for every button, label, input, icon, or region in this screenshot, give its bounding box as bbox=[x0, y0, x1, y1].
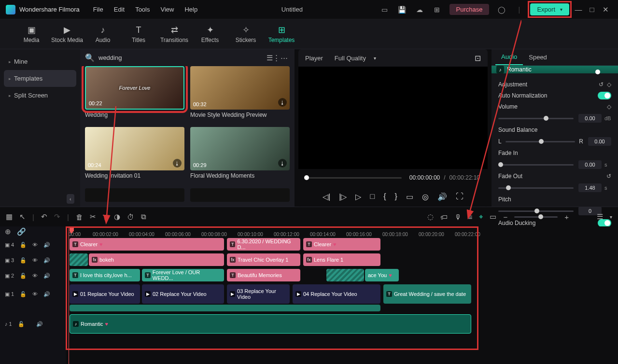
clip-romantic-audio[interactable]: ♪Romantic♥ bbox=[70, 314, 471, 334]
clip-lens-flare[interactable]: fxLens Flare 1 bbox=[303, 253, 380, 266]
download-icon[interactable]: ⭳ bbox=[278, 98, 287, 107]
display-icon[interactable]: ▭ bbox=[406, 192, 413, 201]
crop-icon[interactable]: ◑ bbox=[114, 212, 120, 221]
clip-travel-overlay[interactable]: fxTravel Chic Overlay 1 bbox=[227, 253, 300, 266]
collapse-sidebar-button[interactable]: ‹ bbox=[67, 194, 74, 204]
mute-icon[interactable]: 🔊 bbox=[43, 273, 50, 279]
balance-value[interactable]: 0.00 bbox=[588, 137, 611, 146]
download-icon[interactable]: ⭳ bbox=[278, 159, 287, 168]
color-icon[interactable]: ⧉ bbox=[141, 212, 146, 221]
inspector-tab-audio[interactable]: Audio bbox=[495, 49, 523, 65]
link-icon[interactable]: 🔗 bbox=[17, 227, 26, 236]
clip-ace-you[interactable]: ace You♥ bbox=[365, 269, 399, 281]
balance-slider[interactable] bbox=[506, 141, 576, 142]
menu-edit[interactable]: Edit bbox=[114, 6, 125, 13]
auto-normalization-toggle[interactable] bbox=[598, 92, 611, 99]
cursor-icon[interactable]: ↖ bbox=[19, 212, 26, 221]
tab-audio[interactable]: ♪Audio bbox=[86, 25, 120, 43]
timeline-tracks[interactable]: 00:00 00:00:02:00 00:00:04:00 00:00:06:0… bbox=[66, 226, 618, 364]
track-header-t3[interactable]: ▣3🔓👁🔊 bbox=[0, 252, 66, 268]
menu-help[interactable]: Help bbox=[184, 6, 197, 13]
ducking-toggle[interactable] bbox=[598, 219, 611, 227]
player-viewport[interactable] bbox=[298, 67, 488, 169]
play-icon[interactable]: ▷ bbox=[355, 192, 361, 201]
layout-icon[interactable]: ▦ bbox=[6, 212, 13, 221]
track-header-a1[interactable]: ♪1🔓🔊 bbox=[0, 313, 66, 335]
maximize-button[interactable]: □ bbox=[585, 5, 599, 14]
fade-out-value[interactable]: 1.48 bbox=[578, 183, 602, 192]
sidebar-item-mine[interactable]: ▸Mine bbox=[0, 53, 80, 70]
eye-icon[interactable]: 👁 bbox=[32, 291, 38, 297]
lock-icon[interactable]: 🔓 bbox=[18, 321, 25, 327]
close-button[interactable]: ✕ bbox=[599, 5, 612, 14]
lock-icon[interactable]: 🔓 bbox=[20, 257, 27, 264]
magnet-icon[interactable]: ⌖ bbox=[479, 212, 483, 221]
play-loop-icon[interactable]: |▷ bbox=[339, 192, 347, 201]
menu-view[interactable]: View bbox=[160, 6, 174, 13]
more-icon[interactable]: ⋯ bbox=[278, 54, 290, 62]
cloud-icon[interactable]: ☁ bbox=[414, 4, 425, 15]
template-card-movie-style[interactable]: 00:32⭳ Movie Style Wedding Preview bbox=[190, 66, 290, 123]
zoom-in-icon[interactable]: + bbox=[564, 213, 569, 221]
lock-icon[interactable]: 🔓 bbox=[20, 273, 27, 279]
keyframe-icon[interactable]: ◇ bbox=[607, 81, 611, 88]
mute-icon[interactable]: 🔊 bbox=[43, 291, 50, 297]
pitch-slider[interactable] bbox=[498, 210, 574, 212]
reset-icon[interactable]: ↺ bbox=[606, 173, 611, 180]
tab-stock-media[interactable]: ▶Stock Media bbox=[50, 25, 84, 43]
track-header-t4[interactable]: ▣4🔓👁🔊 bbox=[0, 237, 66, 252]
clip-waveform[interactable]: ♪ Romantic bbox=[492, 66, 618, 73]
prev-frame-icon[interactable]: ◁| bbox=[323, 192, 330, 201]
template-card-invitation[interactable]: 00:24⭳ Wedding Invitation 01 bbox=[85, 127, 184, 184]
ratio-icon[interactable]: ▭ bbox=[490, 212, 496, 221]
template-card-partial[interactable] bbox=[190, 188, 290, 207]
export-button[interactable]: Export ▾ bbox=[530, 3, 569, 15]
mute-icon[interactable]: 🔊 bbox=[43, 242, 50, 248]
purchase-button[interactable]: Purchase bbox=[449, 4, 490, 15]
menu-file[interactable]: File bbox=[93, 6, 103, 13]
clip-great-wedding[interactable]: TGreat Wedding / save the date bbox=[383, 284, 471, 304]
clip-trans[interactable] bbox=[70, 253, 88, 266]
track-header-t1[interactable]: ▣1🔓👁🔊 bbox=[0, 283, 66, 305]
clip-replace-3[interactable]: ▶03 Replace Your Video bbox=[227, 284, 290, 304]
volume-icon[interactable]: 🔊 bbox=[437, 192, 447, 201]
stop-icon[interactable]: □ bbox=[370, 192, 375, 201]
download-icon[interactable]: ⭳ bbox=[173, 159, 182, 168]
clip-replace-4[interactable]: ▶04 Replace Your Video bbox=[293, 284, 380, 304]
redo-icon[interactable]: ↷ bbox=[54, 212, 60, 221]
mixer-icon[interactable]: ≡ bbox=[468, 213, 473, 221]
track-header-t2[interactable]: ▣2🔓👁🔊 bbox=[0, 268, 66, 283]
quality-select[interactable]: Full Quality▾ bbox=[335, 55, 376, 62]
clip-replace-2[interactable]: ▶02 Replace Your Video bbox=[142, 284, 224, 304]
time-ruler[interactable]: 00:00 00:00:02:00 00:00:04:00 00:00:06:0… bbox=[66, 226, 618, 237]
keyframe-icon[interactable]: ◇ bbox=[607, 103, 611, 110]
tab-effects[interactable]: ✦Effects bbox=[193, 25, 227, 43]
tab-titles[interactable]: TTitles bbox=[122, 25, 155, 43]
eye-icon[interactable]: 👁 bbox=[32, 242, 38, 248]
snapshot-quick-icon[interactable]: ⊡ bbox=[475, 54, 481, 63]
tab-transitions[interactable]: ⇄Transitions bbox=[157, 25, 191, 43]
eye-icon[interactable]: 👁 bbox=[32, 273, 38, 279]
speed-icon[interactable]: ⏱ bbox=[127, 213, 134, 221]
eye-icon[interactable]: 👁 bbox=[32, 257, 38, 263]
zoom-out-icon[interactable]: − bbox=[503, 213, 507, 221]
mark-in-icon[interactable]: { bbox=[383, 192, 386, 201]
clip-bokeh[interactable]: fxbokeh bbox=[89, 253, 224, 266]
menu-tools[interactable]: Tools bbox=[135, 6, 150, 13]
snapshot-icon[interactable]: ◎ bbox=[422, 192, 429, 201]
template-card-wedding[interactable]: Forever Love00:22 Wedding bbox=[85, 66, 184, 123]
scrub-handle[interactable] bbox=[304, 175, 309, 180]
marker-icon[interactable]: 🏷 bbox=[440, 213, 448, 221]
clip-memories[interactable]: TBeautifu Memories bbox=[227, 269, 300, 281]
fullscreen-icon[interactable]: ⛶ bbox=[456, 192, 464, 201]
sidebar-item-templates[interactable]: ▸Templates bbox=[4, 70, 76, 87]
mic-icon[interactable]: 🎙 bbox=[454, 213, 462, 221]
clip-wedding-date[interactable]: T6.30.2020 / WEDDING D... bbox=[227, 238, 300, 251]
search-input[interactable] bbox=[98, 54, 267, 61]
mark-out-icon[interactable]: } bbox=[394, 192, 397, 201]
scrub-bar[interactable] bbox=[304, 177, 402, 179]
clip-clearer-2[interactable]: TClearer♥ bbox=[303, 238, 380, 251]
filter-icon[interactable]: ☰⋮ bbox=[267, 54, 278, 62]
timeline-playhead[interactable] bbox=[69, 226, 69, 364]
account-icon[interactable]: ◯ bbox=[496, 4, 507, 15]
